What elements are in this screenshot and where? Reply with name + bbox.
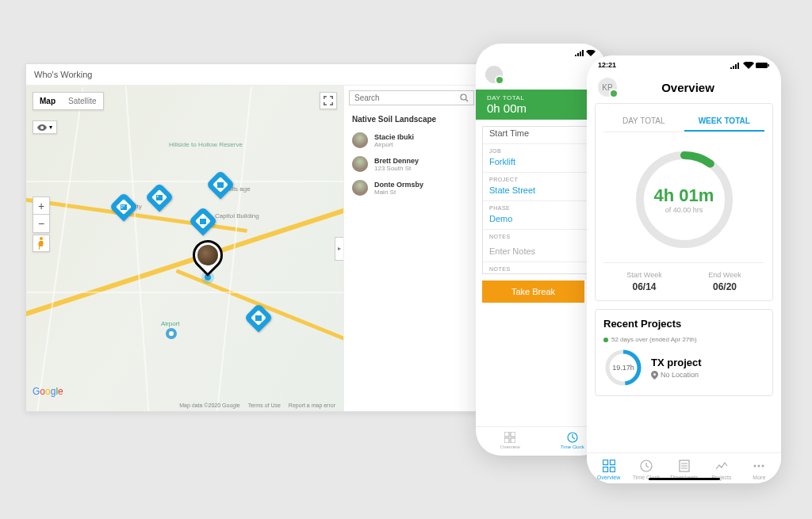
svg-rect-13 (580, 52, 581, 56)
project-field[interactable]: State Street (483, 184, 599, 201)
svg-rect-33 (610, 467, 615, 472)
project-name: TX project (651, 357, 702, 368)
worker-name: Stacie Ibuki (374, 133, 414, 141)
svg-point-39 (754, 465, 756, 467)
panel-collapse-handle[interactable]: ▸ (335, 237, 343, 261)
svg-rect-16 (511, 432, 515, 437)
google-logo: Google (33, 386, 63, 397)
svg-rect-25 (768, 64, 770, 67)
timesheets-icon (678, 460, 691, 472)
avatar[interactable] (485, 66, 503, 83)
day-total-label: DAY TOTAL (487, 94, 596, 101)
day-total-value: 0h 00m (487, 101, 596, 115)
notes-input[interactable]: Enter Notes (483, 241, 599, 262)
map-route-pin[interactable] (166, 328, 177, 339)
svg-rect-14 (582, 50, 584, 56)
avatar (352, 180, 368, 196)
project-location: No Location (661, 371, 699, 379)
totals-card: DAY TOTAL WEEK TOTAL 4h 01m of 40.00 hrs… (595, 103, 773, 301)
zoom-out-button[interactable]: − (33, 215, 49, 232)
battery-icon (756, 62, 770, 69)
start-week-value: 06/14 (626, 281, 661, 292)
clock-icon (640, 460, 653, 472)
map-label-reserve: Hillside to Hollow Reserve (169, 141, 243, 148)
tab-week-total[interactable]: WEEK TOTAL (684, 112, 765, 132)
overview-icon (504, 432, 515, 443)
zoom-in-button[interactable]: + (33, 197, 49, 215)
end-week-label: End Week (708, 271, 741, 279)
svg-rect-24 (756, 63, 768, 68)
svg-rect-2 (124, 205, 125, 207)
tab-day-total[interactable]: DAY TOTAL (603, 112, 684, 132)
zoom-control: + − (33, 197, 50, 233)
tab-more[interactable]: More (741, 460, 778, 480)
bottom-nav: Overview Time Clock Timesheets Projects … (587, 452, 781, 483)
search-input-wrapper[interactable] (349, 90, 474, 105)
svg-rect-31 (610, 460, 615, 465)
worker-location: Main St (374, 189, 423, 196)
map-viewport[interactable]: Hillside to Hollow Reserve Hills age Cit… (26, 86, 343, 411)
svg-line-10 (466, 100, 469, 102)
map-user-pin[interactable] (193, 240, 223, 270)
search-input[interactable] (354, 93, 460, 102)
phase-field[interactable]: Demo (483, 212, 599, 230)
svg-rect-18 (511, 438, 515, 443)
map-tab-satellite[interactable]: Satellite (62, 93, 103, 109)
map-type-toggle[interactable]: Map Satellite (33, 92, 104, 110)
whos-working-panel: Who's Working ? Hillside to Hollow Reser… (25, 63, 501, 412)
pegman-button[interactable] (33, 235, 50, 252)
hours-gauge: 4h 01m of 40.00 hrs (633, 148, 736, 251)
svg-rect-20 (730, 67, 732, 69)
home-indicator[interactable] (649, 478, 720, 480)
wifi-icon (743, 62, 754, 69)
project-label: PROJECT (483, 173, 599, 184)
time-entry-form: Start Time JOB Forklift PROJECT State St… (482, 126, 600, 274)
wifi-icon (586, 50, 596, 56)
start-time-field[interactable]: Start Time (483, 127, 599, 144)
status-bar (476, 44, 607, 63)
panel-header: Who's Working ? (26, 64, 500, 86)
svg-rect-3 (121, 208, 123, 209)
phase-label: PHASE (483, 201, 599, 212)
worker-name: Brett Denney (374, 157, 419, 165)
panel-title: Who's Working (34, 70, 92, 79)
notes-label: NOTES (483, 230, 599, 241)
svg-rect-15 (504, 432, 509, 437)
recent-projects-card: Recent Projects 52 days over (ended Apr … (595, 309, 773, 396)
take-break-button[interactable]: Take Break (482, 280, 584, 303)
project-row[interactable]: 19.17h TX project No Location (603, 348, 764, 387)
page-title: Overview (625, 81, 751, 94)
map-label-airport: Airport (161, 320, 180, 327)
project-hours-arc: 19.17h (603, 348, 643, 387)
avatar[interactable]: KP (598, 78, 617, 97)
project-hours: 19.17h (603, 348, 643, 387)
map-tab-map[interactable]: Map (33, 93, 62, 109)
clock-icon (567, 432, 578, 443)
phone-overview: 12:21 KP Overview DAY TOTAL WEEK TOTAL 4… (587, 55, 781, 483)
svg-rect-5 (157, 196, 159, 197)
map-attribution: Map data ©2020 Google Terms of Use Repor… (176, 403, 339, 408)
fullscreen-button[interactable] (320, 92, 337, 109)
svg-rect-8 (255, 315, 262, 321)
svg-rect-6 (200, 219, 206, 224)
avatar (352, 156, 368, 172)
tab-overview[interactable]: Overview (479, 432, 542, 449)
terms-link[interactable]: Terms of Use (245, 403, 284, 408)
avatar (352, 132, 368, 148)
svg-point-40 (758, 465, 760, 467)
signal-icon (730, 62, 741, 69)
project-meta: 52 days over (ended Apr 27th) (611, 336, 697, 343)
svg-rect-7 (217, 182, 224, 188)
status-time: 12:21 (598, 61, 616, 69)
svg-point-9 (461, 94, 466, 100)
visibility-dropdown[interactable]: ▾ (33, 120, 57, 134)
gauge-value: 4h 01m (654, 185, 714, 206)
worker-name: Donte Ormsby (374, 181, 423, 189)
report-link[interactable]: Report a map error (285, 403, 339, 408)
svg-rect-30 (603, 460, 607, 465)
tab-overview[interactable]: Overview (590, 460, 627, 480)
svg-rect-21 (733, 66, 734, 69)
job-field[interactable]: Forklift (483, 155, 599, 173)
status-dot-icon (603, 338, 608, 342)
start-week-label: Start Week (626, 271, 661, 279)
